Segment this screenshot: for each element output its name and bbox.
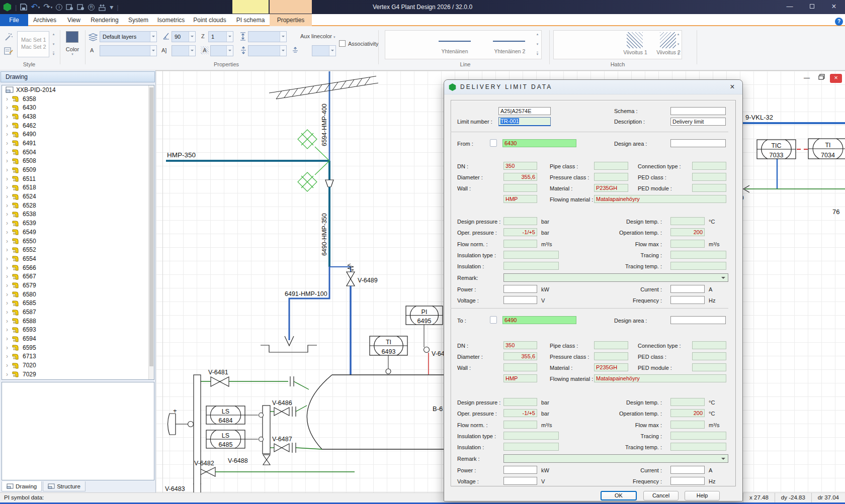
chevron-down-icon[interactable] — [150, 32, 156, 42]
aux-linecolor-label[interactable]: Aux linecolor ▾ — [300, 33, 335, 39]
expand-chevron-icon[interactable]: › — [6, 299, 12, 307]
expand-chevron-icon[interactable]: › — [6, 220, 12, 227]
level-gauge[interactable] — [263, 406, 270, 454]
chevron-down-icon[interactable] — [150, 46, 156, 56]
tab-properties[interactable]: Properties — [270, 14, 312, 26]
expand-chevron-icon[interactable]: › — [6, 362, 12, 369]
chevron-down-icon[interactable] — [280, 32, 286, 42]
mdi-restore-button[interactable] — [815, 74, 827, 83]
tab-point-clouds[interactable]: Point clouds — [188, 14, 231, 26]
mac-set-list[interactable]: Mac Set 1 Mac Set 2 — [17, 31, 49, 57]
color-dropdown-icon[interactable]: ▾ — [64, 52, 81, 56]
help-icon[interactable]: ? — [835, 18, 843, 26]
level-instrument[interactable] — [168, 414, 176, 435]
expand-chevron-icon[interactable]: › — [6, 264, 12, 271]
ls-6484-bubble[interactable]: LS6484 — [206, 406, 245, 424]
valve-v6488[interactable] — [263, 455, 270, 465]
tree-item[interactable]: ›6587 — [2, 308, 154, 317]
tree-item[interactable]: ›6552 — [2, 245, 154, 254]
from-diameter-field[interactable]: 355,6 — [503, 173, 537, 181]
mac-set-2[interactable]: Mac Set 2 — [18, 43, 49, 50]
tree-item[interactable]: ›6508 — [2, 157, 154, 166]
to-connection_type-field[interactable] — [692, 341, 726, 349]
line-style-1-label[interactable]: Yhtenäinen — [430, 48, 479, 54]
from-flow_norm-field[interactable] — [503, 240, 537, 248]
from-ped_module-field[interactable] — [692, 184, 726, 192]
tree-item[interactable]: ›6438 — [2, 112, 154, 121]
hatch-gallery-spinner[interactable]: ▴▾▾ — [675, 32, 682, 56]
expand-chevron-icon[interactable]: › — [6, 113, 12, 120]
tree-item[interactable]: ›6538 — [2, 210, 154, 219]
tree-item[interactable]: ›6580 — [2, 290, 154, 299]
description-field[interactable]: Delivery limit — [670, 118, 726, 126]
aj-combo[interactable] — [172, 45, 196, 56]
from-field[interactable]: 6430 — [502, 139, 576, 147]
valve-v6486[interactable] — [274, 408, 289, 416]
tree-item[interactable]: ›6579 — [2, 281, 154, 290]
tab-archives[interactable]: Archives — [29, 14, 60, 26]
line-style-2-label[interactable]: Yhtenäinen 2 — [486, 48, 534, 54]
to-design_temp-field[interactable] — [670, 398, 705, 406]
style-properties-icon[interactable] — [4, 46, 14, 58]
tree-item[interactable]: ›6588 — [2, 317, 154, 326]
to-design-area-field[interactable] — [670, 316, 726, 324]
text-style-combo[interactable] — [100, 45, 157, 56]
tab-system[interactable]: System — [123, 14, 154, 26]
limit-number-field[interactable]: TR-001 — [498, 117, 551, 126]
from-operation_temp-field[interactable]: 200 — [670, 228, 705, 236]
expand-chevron-icon[interactable]: › — [6, 122, 12, 129]
from-ped_class-field[interactable] — [692, 173, 726, 181]
mdi-minimize-button[interactable]: — — [801, 74, 813, 83]
chevron-down-icon[interactable] — [329, 46, 335, 56]
to-pressure_class-field[interactable] — [594, 352, 628, 360]
tree-scrollbar-thumb[interactable] — [149, 87, 153, 366]
from-pressure_class-field[interactable] — [594, 173, 628, 181]
tree-item[interactable]: ›6462 — [2, 121, 154, 130]
tree-item[interactable]: ›7020 — [2, 361, 154, 370]
from-tracing_temp-field[interactable] — [670, 262, 726, 270]
maximize-button[interactable] — [801, 0, 823, 14]
tree-item[interactable]: ›6511 — [2, 174, 154, 183]
ti-7034-bubble[interactable]: TI7034 — [808, 139, 845, 159]
to-operation_temp-field[interactable]: 200 — [670, 409, 705, 417]
hatch-style-sample-2[interactable] — [660, 32, 676, 48]
from-power-field[interactable] — [503, 285, 537, 293]
spacing-field[interactable] — [248, 45, 287, 56]
tree-item[interactable]: ›6566 — [2, 263, 154, 272]
from-wall-field[interactable] — [503, 184, 537, 192]
mac-set-spinner[interactable]: ▴▾▾ — [50, 32, 57, 56]
cancel-button[interactable]: Cancel — [643, 491, 679, 500]
expand-chevron-icon[interactable]: › — [6, 318, 12, 325]
vessel-head[interactable] — [307, 375, 332, 449]
to-insulation_type-field[interactable] — [503, 432, 559, 440]
pipe-6491[interactable] — [289, 267, 329, 340]
from-checkbox[interactable] — [490, 139, 497, 147]
to-system-field[interactable]: HMP — [503, 374, 537, 382]
expand-chevron-icon[interactable]: › — [6, 344, 12, 351]
expand-chevron-icon[interactable]: › — [6, 157, 12, 164]
ls-6485-bubble[interactable]: LS6485 — [206, 430, 245, 448]
expand-chevron-icon[interactable]: › — [6, 140, 12, 147]
tic-7033-bubble[interactable]: TIC7033 — [757, 140, 796, 159]
pi-6495-bubble[interactable]: PI6495 — [406, 306, 443, 325]
tree-item[interactable]: ›6528 — [2, 201, 154, 210]
tab-structure[interactable]: Structure — [43, 481, 86, 491]
minimize-button[interactable]: — — [779, 0, 801, 14]
from-insulation_type-field[interactable] — [503, 251, 559, 259]
default-layers-combo[interactable]: Default layers — [100, 31, 157, 42]
tree-item[interactable]: ›6594 — [2, 334, 154, 343]
expand-chevron-icon[interactable]: › — [6, 131, 12, 138]
to-flowing-material-field[interactable]: Matalapainehöyry — [594, 374, 726, 382]
to-wall-field[interactable] — [503, 363, 537, 371]
to-current-field[interactable] — [670, 466, 705, 474]
from-pipe_class-field[interactable] — [594, 162, 628, 170]
code-field[interactable]: A25|A2574E — [498, 107, 551, 115]
to-power-field[interactable] — [503, 466, 537, 474]
to-flow_norm-field[interactable] — [503, 421, 537, 429]
tree-item[interactable]: ›6504 — [2, 148, 154, 157]
expand-chevron-icon[interactable]: › — [6, 309, 12, 316]
hatch-style-sample-1[interactable] — [627, 32, 643, 48]
from-insulation-field[interactable] — [503, 262, 559, 270]
to-oper_pressure-field[interactable]: -1/+5 — [503, 409, 537, 417]
height-field[interactable] — [248, 31, 287, 42]
